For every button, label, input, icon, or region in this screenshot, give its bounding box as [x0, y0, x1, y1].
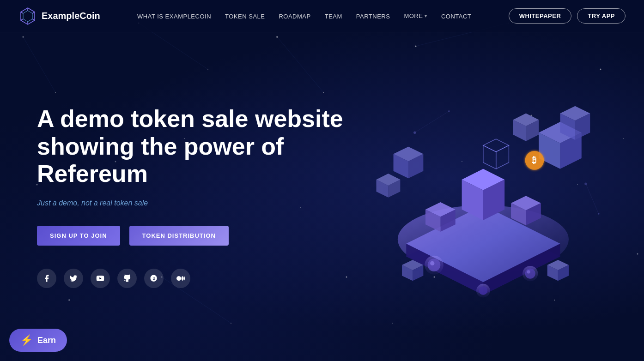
nav-roadmap[interactable]: ROADMAP: [279, 13, 310, 20]
hero-section: A demo token sale website showing the po…: [0, 32, 644, 361]
svg-text:₿: ₿: [532, 155, 536, 165]
logo-icon: [18, 7, 37, 25]
hero-title: A demo token sale website showing the po…: [37, 105, 351, 188]
svg-point-89: [479, 286, 487, 295]
facebook-icon-button[interactable]: [37, 269, 56, 288]
svg-marker-34: [23, 11, 32, 22]
nav-token-sale[interactable]: TOKEN SALE: [225, 13, 265, 20]
nav-more[interactable]: MORE ▾: [404, 12, 427, 19]
social-icons-group: [37, 269, 351, 288]
twitter-icon-button[interactable]: [64, 269, 83, 288]
bitcoin-icon: [150, 274, 158, 283]
chevron-down-icon: ▾: [425, 13, 427, 18]
svg-point-92: [584, 182, 587, 185]
svg-line-94: [415, 111, 449, 132]
twitter-icon: [69, 274, 78, 283]
medium-icon: [176, 274, 185, 283]
hero-visual: ₿: [351, 58, 607, 335]
nav-contact[interactable]: CONTACT: [441, 13, 471, 20]
github-icon-button[interactable]: [117, 269, 137, 288]
hero-content: A demo token sale website showing the po…: [37, 105, 351, 288]
token-distribution-button[interactable]: TOKEN DISTRIBUTION: [129, 226, 229, 246]
whitepaper-button[interactable]: WHITEPAPER: [509, 8, 572, 24]
blockchain-illustration: ₿: [351, 58, 607, 335]
nav-links: WHAT IS EXAMPLECOIN TOKEN SALE ROADMAP T…: [137, 12, 471, 20]
svg-marker-79: [483, 145, 496, 169]
svg-point-83: [427, 259, 440, 271]
youtube-icon-button[interactable]: [91, 269, 110, 288]
svg-marker-78: [496, 145, 509, 169]
nav-team[interactable]: TEAM: [325, 13, 342, 20]
bitcoin-icon-button[interactable]: [144, 269, 164, 288]
hero-cta-buttons: SIGN UP TO JOIN TOKEN DISTRIBUTION: [37, 226, 351, 246]
earn-label: Earn: [37, 336, 56, 345]
github-icon: [123, 274, 131, 283]
nav-what-is[interactable]: WHAT IS EXAMPLECOIN: [137, 13, 211, 20]
svg-point-84: [430, 261, 434, 265]
svg-point-86: [525, 268, 535, 278]
earn-icon: ⚡: [20, 334, 33, 346]
signup-button[interactable]: SIGN UP TO JOIN: [37, 226, 120, 246]
logo-link[interactable]: ExampleCoin: [18, 7, 100, 25]
youtube-icon: [96, 274, 104, 283]
logo-text: ExampleCoin: [42, 11, 100, 21]
medium-icon-button[interactable]: [171, 269, 190, 288]
nav-partners[interactable]: PARTNERS: [356, 13, 390, 20]
facebook-icon: [43, 274, 51, 283]
svg-point-87: [527, 270, 530, 273]
hero-subtitle: Just a demo, not a real token sale: [37, 199, 351, 207]
navbar: ExampleCoin WHAT IS EXAMPLECOIN TOKEN SA…: [0, 0, 644, 32]
svg-marker-77: [483, 139, 509, 152]
try-app-button[interactable]: TRY APP: [577, 8, 626, 24]
nav-action-buttons: WHITEPAPER TRY APP: [509, 8, 626, 24]
earn-widget-button[interactable]: ⚡ Earn: [9, 329, 67, 352]
svg-line-95: [586, 184, 599, 214]
